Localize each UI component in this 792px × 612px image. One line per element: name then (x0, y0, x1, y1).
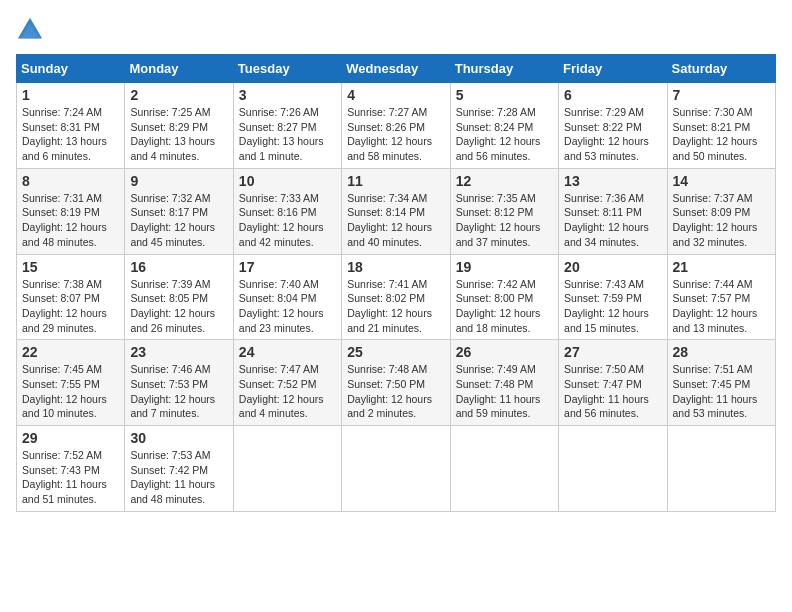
day-cell-23: 23Sunrise: 7:46 AM Sunset: 7:53 PM Dayli… (125, 340, 233, 426)
day-cell-28: 28Sunrise: 7:51 AM Sunset: 7:45 PM Dayli… (667, 340, 775, 426)
day-number: 16 (130, 259, 227, 275)
day-number: 9 (130, 173, 227, 189)
day-number: 1 (22, 87, 119, 103)
day-info: Sunrise: 7:52 AM Sunset: 7:43 PM Dayligh… (22, 448, 119, 507)
day-info: Sunrise: 7:46 AM Sunset: 7:53 PM Dayligh… (130, 362, 227, 421)
day-cell-4: 4Sunrise: 7:27 AM Sunset: 8:26 PM Daylig… (342, 83, 450, 169)
header-row: SundayMondayTuesdayWednesdayThursdayFrid… (17, 55, 776, 83)
day-cell-9: 9Sunrise: 7:32 AM Sunset: 8:17 PM Daylig… (125, 168, 233, 254)
day-info: Sunrise: 7:31 AM Sunset: 8:19 PM Dayligh… (22, 191, 119, 250)
calendar-row: 8Sunrise: 7:31 AM Sunset: 8:19 PM Daylig… (17, 168, 776, 254)
day-cell-26: 26Sunrise: 7:49 AM Sunset: 7:48 PM Dayli… (450, 340, 558, 426)
day-info: Sunrise: 7:40 AM Sunset: 8:04 PM Dayligh… (239, 277, 336, 336)
calendar-row: 15Sunrise: 7:38 AM Sunset: 8:07 PM Dayli… (17, 254, 776, 340)
day-number: 23 (130, 344, 227, 360)
day-cell-15: 15Sunrise: 7:38 AM Sunset: 8:07 PM Dayli… (17, 254, 125, 340)
empty-cell (559, 426, 667, 512)
day-info: Sunrise: 7:47 AM Sunset: 7:52 PM Dayligh… (239, 362, 336, 421)
day-cell-11: 11Sunrise: 7:34 AM Sunset: 8:14 PM Dayli… (342, 168, 450, 254)
empty-cell (233, 426, 341, 512)
day-cell-16: 16Sunrise: 7:39 AM Sunset: 8:05 PM Dayli… (125, 254, 233, 340)
day-info: Sunrise: 7:26 AM Sunset: 8:27 PM Dayligh… (239, 105, 336, 164)
day-cell-10: 10Sunrise: 7:33 AM Sunset: 8:16 PM Dayli… (233, 168, 341, 254)
day-number: 26 (456, 344, 553, 360)
day-number: 24 (239, 344, 336, 360)
empty-cell (450, 426, 558, 512)
day-cell-3: 3Sunrise: 7:26 AM Sunset: 8:27 PM Daylig… (233, 83, 341, 169)
calendar-row: 1Sunrise: 7:24 AM Sunset: 8:31 PM Daylig… (17, 83, 776, 169)
day-number: 13 (564, 173, 661, 189)
day-number: 2 (130, 87, 227, 103)
day-number: 12 (456, 173, 553, 189)
calendar-table: SundayMondayTuesdayWednesdayThursdayFrid… (16, 54, 776, 512)
day-number: 20 (564, 259, 661, 275)
day-info: Sunrise: 7:33 AM Sunset: 8:16 PM Dayligh… (239, 191, 336, 250)
day-info: Sunrise: 7:50 AM Sunset: 7:47 PM Dayligh… (564, 362, 661, 421)
empty-cell (667, 426, 775, 512)
day-info: Sunrise: 7:30 AM Sunset: 8:21 PM Dayligh… (673, 105, 770, 164)
day-number: 3 (239, 87, 336, 103)
day-info: Sunrise: 7:44 AM Sunset: 7:57 PM Dayligh… (673, 277, 770, 336)
day-number: 30 (130, 430, 227, 446)
page-header (16, 16, 776, 44)
logo-icon (16, 16, 44, 44)
day-number: 22 (22, 344, 119, 360)
day-cell-8: 8Sunrise: 7:31 AM Sunset: 8:19 PM Daylig… (17, 168, 125, 254)
day-info: Sunrise: 7:48 AM Sunset: 7:50 PM Dayligh… (347, 362, 444, 421)
day-info: Sunrise: 7:34 AM Sunset: 8:14 PM Dayligh… (347, 191, 444, 250)
day-number: 14 (673, 173, 770, 189)
day-info: Sunrise: 7:45 AM Sunset: 7:55 PM Dayligh… (22, 362, 119, 421)
day-number: 4 (347, 87, 444, 103)
day-cell-29: 29Sunrise: 7:52 AM Sunset: 7:43 PM Dayli… (17, 426, 125, 512)
empty-cell (342, 426, 450, 512)
day-number: 27 (564, 344, 661, 360)
day-info: Sunrise: 7:37 AM Sunset: 8:09 PM Dayligh… (673, 191, 770, 250)
day-cell-7: 7Sunrise: 7:30 AM Sunset: 8:21 PM Daylig… (667, 83, 775, 169)
day-number: 29 (22, 430, 119, 446)
day-number: 19 (456, 259, 553, 275)
day-number: 6 (564, 87, 661, 103)
day-info: Sunrise: 7:29 AM Sunset: 8:22 PM Dayligh… (564, 105, 661, 164)
col-header-monday: Monday (125, 55, 233, 83)
day-cell-24: 24Sunrise: 7:47 AM Sunset: 7:52 PM Dayli… (233, 340, 341, 426)
calendar-row: 29Sunrise: 7:52 AM Sunset: 7:43 PM Dayli… (17, 426, 776, 512)
day-cell-12: 12Sunrise: 7:35 AM Sunset: 8:12 PM Dayli… (450, 168, 558, 254)
day-info: Sunrise: 7:38 AM Sunset: 8:07 PM Dayligh… (22, 277, 119, 336)
day-info: Sunrise: 7:36 AM Sunset: 8:11 PM Dayligh… (564, 191, 661, 250)
day-number: 17 (239, 259, 336, 275)
col-header-sunday: Sunday (17, 55, 125, 83)
day-number: 8 (22, 173, 119, 189)
day-number: 25 (347, 344, 444, 360)
day-number: 15 (22, 259, 119, 275)
day-cell-19: 19Sunrise: 7:42 AM Sunset: 8:00 PM Dayli… (450, 254, 558, 340)
col-header-friday: Friday (559, 55, 667, 83)
day-cell-27: 27Sunrise: 7:50 AM Sunset: 7:47 PM Dayli… (559, 340, 667, 426)
day-cell-22: 22Sunrise: 7:45 AM Sunset: 7:55 PM Dayli… (17, 340, 125, 426)
day-info: Sunrise: 7:41 AM Sunset: 8:02 PM Dayligh… (347, 277, 444, 336)
logo (16, 16, 48, 44)
day-info: Sunrise: 7:42 AM Sunset: 8:00 PM Dayligh… (456, 277, 553, 336)
day-cell-6: 6Sunrise: 7:29 AM Sunset: 8:22 PM Daylig… (559, 83, 667, 169)
day-number: 11 (347, 173, 444, 189)
day-cell-2: 2Sunrise: 7:25 AM Sunset: 8:29 PM Daylig… (125, 83, 233, 169)
day-number: 7 (673, 87, 770, 103)
day-info: Sunrise: 7:25 AM Sunset: 8:29 PM Dayligh… (130, 105, 227, 164)
day-number: 21 (673, 259, 770, 275)
day-cell-14: 14Sunrise: 7:37 AM Sunset: 8:09 PM Dayli… (667, 168, 775, 254)
day-info: Sunrise: 7:28 AM Sunset: 8:24 PM Dayligh… (456, 105, 553, 164)
day-info: Sunrise: 7:49 AM Sunset: 7:48 PM Dayligh… (456, 362, 553, 421)
day-cell-13: 13Sunrise: 7:36 AM Sunset: 8:11 PM Dayli… (559, 168, 667, 254)
col-header-tuesday: Tuesday (233, 55, 341, 83)
day-info: Sunrise: 7:53 AM Sunset: 7:42 PM Dayligh… (130, 448, 227, 507)
col-header-thursday: Thursday (450, 55, 558, 83)
day-info: Sunrise: 7:27 AM Sunset: 8:26 PM Dayligh… (347, 105, 444, 164)
day-cell-30: 30Sunrise: 7:53 AM Sunset: 7:42 PM Dayli… (125, 426, 233, 512)
day-cell-21: 21Sunrise: 7:44 AM Sunset: 7:57 PM Dayli… (667, 254, 775, 340)
day-number: 28 (673, 344, 770, 360)
day-info: Sunrise: 7:35 AM Sunset: 8:12 PM Dayligh… (456, 191, 553, 250)
col-header-wednesday: Wednesday (342, 55, 450, 83)
calendar-row: 22Sunrise: 7:45 AM Sunset: 7:55 PM Dayli… (17, 340, 776, 426)
col-header-saturday: Saturday (667, 55, 775, 83)
day-cell-18: 18Sunrise: 7:41 AM Sunset: 8:02 PM Dayli… (342, 254, 450, 340)
day-cell-20: 20Sunrise: 7:43 AM Sunset: 7:59 PM Dayli… (559, 254, 667, 340)
